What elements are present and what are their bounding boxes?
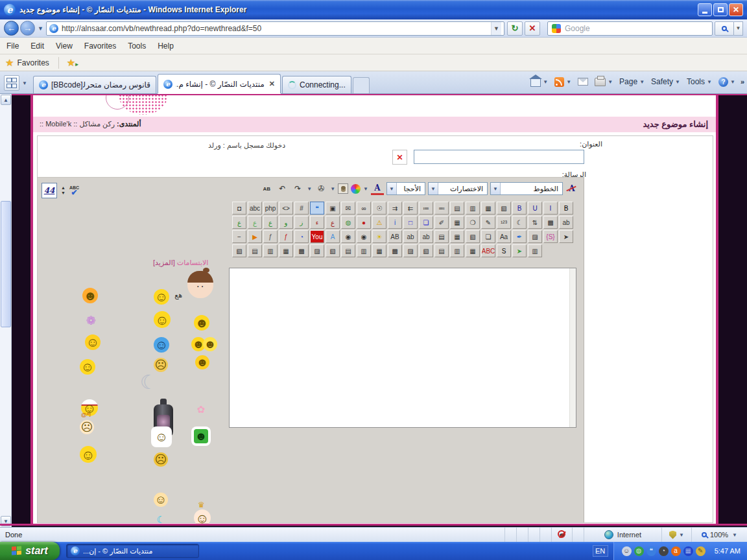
smiley-pair-9[interactable]	[191, 337, 217, 351]
editor-tool-button-r1c6[interactable]: ❝	[310, 202, 324, 215]
smiley-face-11[interactable]: ☹	[154, 358, 168, 372]
font-color-icon[interactable]	[351, 184, 361, 194]
editor-tool-button-r4c17[interactable]: ABC	[481, 244, 495, 257]
editor-tool-button-r4c6[interactable]: ▨	[310, 244, 324, 257]
editor-tool-button-r3c22[interactable]: ➤	[559, 230, 573, 243]
editor-tool-button-r2c8[interactable]: ◍	[341, 216, 355, 229]
browser-tab-1[interactable]: e[BBcode] قانوس رمضان متحرك...	[33, 76, 156, 93]
smiley-plain-13[interactable]: ☾	[137, 371, 160, 394]
menu-view[interactable]: View	[56, 41, 73, 51]
editor-tool-button-r1c20[interactable]: U	[528, 202, 542, 215]
browser-tab-3[interactable]: Connecting...	[282, 76, 351, 93]
editor-tool-button-r4c1[interactable]: ▧	[232, 244, 246, 257]
zoom-control[interactable]: 100% ▼	[691, 528, 747, 542]
smiley-face-10[interactable]: ☺	[80, 359, 95, 375]
editor-tool-button-r4c7[interactable]: ▧	[326, 244, 340, 257]
page-scrollbar[interactable]: ▲ ▼	[0, 94, 12, 527]
message-textarea[interactable]	[229, 268, 576, 428]
editor-tool-button-r1c2[interactable]: abc	[248, 202, 262, 215]
smiley-face-17[interactable]: ☹@*!	[80, 420, 94, 434]
help-button[interactable]: ?▼	[718, 77, 735, 87]
scrollbar-thumb[interactable]	[1, 201, 11, 327]
editor-tool-button-r1c21[interactable]: I	[543, 202, 558, 215]
editor-tool-button-r3c20[interactable]: ▨	[528, 230, 542, 243]
font-select[interactable]: ▼الخطوط	[490, 182, 563, 195]
smiley-princess-22[interactable]: ☺	[194, 509, 211, 525]
spellcheck-button[interactable]: ABC✔	[69, 185, 79, 196]
editor-tool-button-r1c18[interactable]: ▧	[497, 202, 511, 215]
editor-tool-button-r2c14[interactable]: ✐	[434, 216, 449, 229]
smiley-face-4[interactable]: ☺	[154, 311, 171, 328]
tray-opera-icon[interactable]: a	[671, 546, 681, 556]
editor-tool-button-r2c3[interactable]: ع	[263, 216, 278, 229]
smiley-face-6[interactable]: ☻	[194, 315, 209, 331]
taskbar-window-button[interactable]: e منتديات النصّار © - إن...	[66, 544, 199, 558]
smiley-face-7[interactable]: ☺	[85, 334, 101, 350]
address-dropdown[interactable]: ▼	[491, 22, 501, 35]
editor-tool-button-r2c7[interactable]: ع	[326, 216, 340, 229]
tray-pen-icon[interactable]: ✎	[696, 546, 706, 556]
smiley-face-24[interactable]: ☺	[154, 493, 168, 507]
editor-tool-button-r1c4[interactable]: <>	[279, 202, 293, 215]
language-indicator[interactable]: EN	[593, 545, 608, 557]
editor-tool-button-r3c16[interactable]: ▧	[466, 230, 480, 243]
editor-tool-button-r2c21[interactable]: ▩	[543, 216, 558, 229]
editor-tool-button-r3c6[interactable]: You	[310, 230, 324, 243]
tray-notes-icon[interactable]: ▦	[683, 546, 693, 556]
quick-tabs-button[interactable]	[4, 75, 19, 91]
feeds-button[interactable]: ▼	[554, 77, 571, 87]
address-bar[interactable]: e http://alnsaar.com/vb/newthread.php?do…	[46, 21, 504, 36]
editor-tool-button-r3c3[interactable]: ƒ	[263, 230, 278, 243]
restore-button[interactable]	[713, 3, 728, 16]
editor-tool-button-r4c16[interactable]: ▦	[466, 244, 480, 257]
editor-tool-button-r3c12[interactable]: ab	[403, 230, 418, 243]
protected-mode-indicator[interactable]: ▼	[661, 528, 691, 542]
editor-tool-button-r2c19[interactable]: ☾	[512, 216, 527, 229]
editor-tool-button-r1c8[interactable]: ✉	[341, 202, 355, 215]
editor-tool-button-r4c8[interactable]: ▤	[341, 244, 355, 257]
editor-tool-button-r2c22[interactable]: ab	[559, 216, 573, 229]
editor-tool-button-r1c17[interactable]: ▦	[481, 202, 495, 215]
editor-tool-button-r2c16[interactable]: ❍	[466, 216, 480, 229]
breadcrumb[interactable]: ألمنتدى: ركن مشاكل :: Mobile'k ::	[40, 120, 141, 128]
editor-tool-button-r1c22[interactable]: B	[559, 202, 573, 215]
editor-tool-button-r2c18[interactable]: ¹²³	[497, 216, 511, 229]
editor-tool-button-r4c10[interactable]: ▦	[372, 244, 386, 257]
size-select[interactable]: ▼الأحجا	[386, 182, 425, 195]
editor-tool-button-r3c11[interactable]: AB	[388, 230, 402, 243]
home-button[interactable]: ▼	[530, 76, 548, 87]
editor-tool-button-r2c6[interactable]: ء	[310, 216, 324, 229]
privacy-blocked-indicator[interactable]	[551, 528, 572, 542]
editor-tool-button-r1c11[interactable]: ⇉	[388, 202, 402, 215]
editor-tool-button-r2c11[interactable]: i	[388, 216, 402, 229]
editor-tool-button-r3c19[interactable]: ✒	[512, 230, 527, 243]
editor-tool-button-r3c9[interactable]: ◉	[357, 230, 371, 243]
editor-tool-button-r3c15[interactable]: ▦	[450, 230, 464, 243]
editor-tool-button-r1c5[interactable]: #	[294, 202, 309, 215]
smiley-face-3[interactable]: ☻	[82, 288, 98, 303]
editor-tool-button-r1c19[interactable]: B	[512, 202, 527, 215]
shortcuts-select[interactable]: ▼الاختصارات	[428, 182, 488, 195]
editor-tool-button-r4c3[interactable]: ▥	[263, 244, 278, 257]
tray-status-smiley-icon[interactable]: ☺	[622, 546, 632, 556]
thread-title-input[interactable]	[414, 150, 584, 164]
smiley-plain-5[interactable]: ❁	[84, 314, 98, 328]
search-button[interactable]	[715, 21, 734, 36]
editor-tool-button-r1c15[interactable]: ▤	[450, 202, 464, 215]
editor-tool-button-r3c21[interactable]: {S}	[543, 230, 558, 243]
text-color-button[interactable]: A	[371, 182, 384, 195]
tray-messenger-icon[interactable]: ❝	[646, 546, 656, 556]
remove-format-button[interactable]: A	[565, 182, 578, 195]
tray-recorder-icon[interactable]: ◔	[659, 546, 669, 556]
editor-tool-button-r4c5[interactable]: ▩	[294, 244, 309, 257]
tools-menu[interactable]: Tools▼	[687, 77, 712, 86]
menu-favorites[interactable]: Favorites	[84, 41, 116, 51]
menu-tools[interactable]: Tools	[128, 41, 146, 51]
editor-tool-button-r1c9[interactable]: ∞	[357, 202, 371, 215]
refresh-button[interactable]: ↻	[507, 21, 523, 36]
font-size-box[interactable]: 44	[42, 183, 57, 198]
editor-tool-button-r1c14[interactable]: ≕	[434, 202, 449, 215]
editor-tool-button-r4c13[interactable]: ▧	[419, 244, 433, 257]
editor-tool-button-r3c18[interactable]: Aa	[497, 230, 511, 243]
minimize-button[interactable]	[698, 3, 712, 16]
